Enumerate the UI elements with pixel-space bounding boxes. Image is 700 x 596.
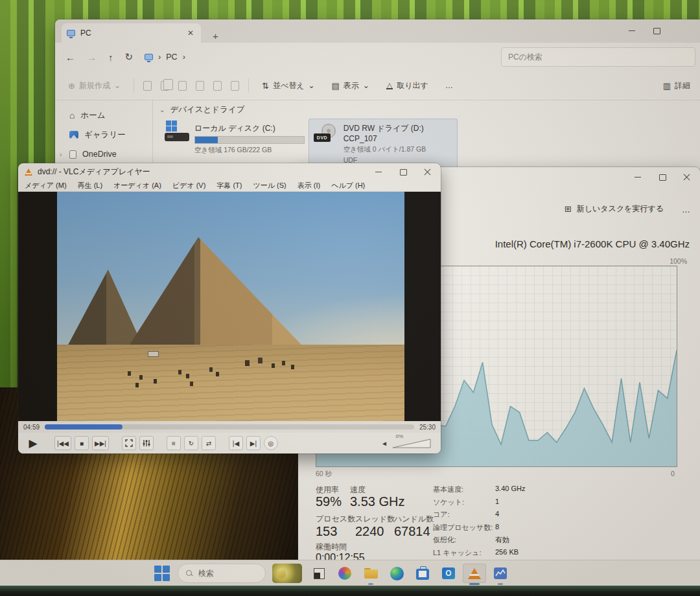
new-tab-button[interactable]: +: [209, 29, 222, 43]
up-icon[interactable]: ↑: [108, 52, 113, 63]
menu-help[interactable]: ヘルプ (H): [331, 181, 365, 190]
screen-bezel: [0, 586, 700, 596]
more-icon: …: [445, 81, 453, 90]
uptime-label: 稼働時間: [316, 542, 347, 553]
store-button[interactable]: [411, 564, 434, 583]
menu-view[interactable]: 表示 (I): [298, 181, 320, 190]
desktop: PC ✕ + ← → ↑ ↻ › PC › PCの検索: [0, 0, 700, 596]
delete-icon[interactable]: [231, 81, 239, 91]
maximize-button[interactable]: [399, 168, 407, 176]
start-button[interactable]: [154, 565, 170, 582]
close-button[interactable]: [683, 174, 691, 181]
menu-tools[interactable]: ツール (S): [253, 181, 286, 190]
stop-button[interactable]: ■: [75, 436, 89, 450]
chart-axis-right-label: 0: [671, 470, 675, 477]
paste-icon[interactable]: [178, 81, 187, 91]
plus-icon: ⊕: [68, 81, 75, 91]
maximize-button[interactable]: [653, 27, 660, 34]
vlc-title-bar[interactable]: dvd:// - VLCメディアプレイヤー: [18, 163, 441, 180]
caret-down-icon: ⌄: [363, 81, 369, 90]
breadcrumb-root[interactable]: PC: [166, 52, 177, 62]
previous-button[interactable]: |◀◀: [54, 436, 71, 450]
taskbar-search[interactable]: 検索: [178, 564, 266, 583]
task-view-icon: [314, 568, 325, 579]
seek-bar[interactable]: [45, 424, 414, 430]
drive-dvd-tile[interactable]: DVD DVD RW ドライブ (D:) CCP_107 空き領域 0 バイト/…: [309, 119, 458, 168]
video-frame-pyramids: [57, 192, 404, 421]
sidebar-item-gallery[interactable]: ギャラリー: [55, 125, 152, 144]
share-icon[interactable]: [213, 81, 222, 91]
view-button[interactable]: ▤ 表示 ⌄: [328, 78, 373, 94]
back-icon[interactable]: ←: [65, 52, 75, 63]
explorer-search-input[interactable]: PCの検索: [501, 47, 695, 67]
task-view-button[interactable]: [307, 564, 331, 583]
gallery-icon: [69, 131, 78, 139]
next-button[interactable]: ▶▶|: [92, 436, 109, 450]
play-button[interactable]: ▶: [25, 436, 41, 450]
drive-c-tile[interactable]: ローカル ディスク (C:) 空き領域 176 GB/222 GB: [159, 119, 310, 159]
drive-usage-bar: [194, 136, 305, 144]
sidebar-item-home[interactable]: ⌂ ホーム: [55, 106, 152, 125]
drive-name: DVD RW ドライブ (D:) CCP_107: [344, 123, 452, 143]
vlc-menu-bar: メディア (M) 再生 (L) オーディオ (A) ビデオ (V) 字幕 (T)…: [18, 180, 441, 192]
maximize-button[interactable]: [659, 174, 666, 181]
forward-icon[interactable]: →: [87, 52, 97, 63]
handles-label: ハンドル数: [394, 514, 434, 525]
edge-icon: [390, 567, 404, 580]
menu-subtitle[interactable]: 字幕 (T): [216, 181, 242, 190]
random-button[interactable]: ⇄: [202, 436, 216, 450]
distant-figures: [57, 192, 59, 195]
outlook-button[interactable]: [437, 564, 460, 583]
dvd-menu-button[interactable]: ◎: [264, 436, 278, 450]
explorer-toolbar: ⊕ 新規作成 ⌄ ⇅ 並べ替え ⌄ ▤ 表示 ⌄ △: [55, 71, 700, 100]
minimize-button[interactable]: [375, 168, 382, 176]
minimize-button[interactable]: [634, 174, 642, 181]
chart-max-label: 100%: [670, 257, 687, 265]
search-placeholder: PCの検索: [508, 52, 542, 63]
menu-video[interactable]: ビデオ (V): [172, 181, 206, 190]
explorer-tab-pc[interactable]: PC ✕: [62, 23, 201, 43]
breadcrumb[interactable]: › PC ›: [145, 52, 185, 62]
eject-button[interactable]: △ 取り出す: [382, 78, 432, 94]
prev-chapter-button[interactable]: |◀: [229, 436, 243, 450]
fullscreen-button[interactable]: [122, 436, 136, 450]
chart-axis-left-label: 60 秒: [316, 470, 332, 479]
extended-settings-button[interactable]: [139, 436, 154, 450]
video-area[interactable]: [18, 192, 441, 421]
cut-icon[interactable]: [143, 81, 152, 91]
run-new-task-button[interactable]: ⊞ 新しいタスクを実行する: [565, 203, 664, 214]
menu-media[interactable]: メディア (M): [25, 181, 67, 190]
rename-icon[interactable]: [196, 81, 204, 91]
copilot-button[interactable]: [333, 564, 356, 583]
sidebar-item-onedrive[interactable]: › OneDrive: [55, 144, 152, 164]
volume-control[interactable]: ◄ 0%: [381, 433, 433, 453]
close-button[interactable]: [424, 168, 432, 176]
copy-icon[interactable]: [161, 81, 169, 91]
details-pane-button[interactable]: ▥ 詳細: [659, 78, 694, 94]
sort-button[interactable]: ⇅ 並べ替え ⌄: [258, 78, 319, 94]
refresh-icon[interactable]: ↻: [125, 51, 134, 63]
expand-icon[interactable]: ›: [60, 151, 62, 158]
next-chapter-button[interactable]: ▶|: [246, 436, 261, 450]
new-button[interactable]: ⊕ 新規作成 ⌄: [64, 78, 124, 94]
more-button[interactable]: …: [441, 78, 457, 93]
playlist-button[interactable]: ≡: [167, 436, 181, 450]
speaker-muted-icon[interactable]: ◄: [381, 440, 388, 447]
menu-playback[interactable]: 再生 (L): [78, 181, 103, 190]
section-devices-and-drives[interactable]: ⌄ デバイスとドライブ: [159, 104, 245, 115]
total-time: 25:30: [419, 424, 436, 431]
task-manager-button[interactable]: [489, 564, 512, 583]
edge-button[interactable]: [385, 564, 408, 583]
loop-button[interactable]: ↻: [184, 436, 198, 450]
processes-value: 153: [316, 524, 337, 539]
more-options-icon[interactable]: …: [682, 205, 691, 214]
vlc-taskbar-button[interactable]: [463, 564, 486, 583]
tab-close-icon[interactable]: ✕: [185, 29, 196, 38]
dvd-drive-icon: DVD: [314, 123, 337, 143]
taskbar: 検索: [0, 560, 700, 586]
widgets-button[interactable]: [272, 564, 302, 583]
file-explorer-button[interactable]: [359, 564, 382, 583]
minimize-button[interactable]: [628, 27, 636, 34]
drive-name: ローカル ディスク (C:): [194, 123, 305, 134]
menu-audio[interactable]: オーディオ (A): [113, 181, 161, 190]
